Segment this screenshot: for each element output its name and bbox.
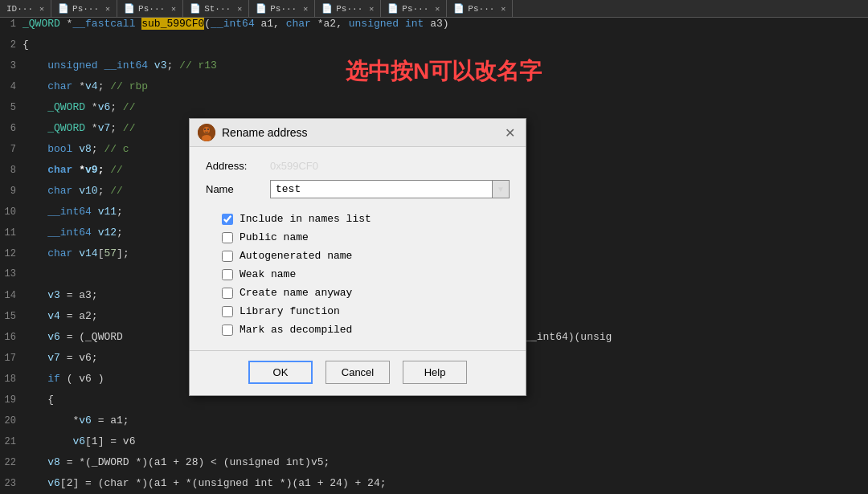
name-input-container: ▼: [270, 180, 510, 198]
address-value: 0x599CF0: [270, 160, 318, 172]
dialog-overlay: Rename address ✕ Address: 0x599CF0 Name …: [0, 18, 868, 494]
tab-ps2-close[interactable]: ✕: [171, 4, 176, 14]
tab-st-label: St···: [204, 4, 231, 14]
library-function-checkbox[interactable]: [222, 306, 233, 317]
tab-ps1-close[interactable]: ✕: [105, 4, 110, 14]
tab-bar: ID··· ✕ 📄 Ps··· ✕ 📄 Ps··· ✕ 📄 St··· ✕ 📄 …: [0, 0, 868, 18]
tab-ps6-icon: 📄: [453, 3, 465, 14]
create-anyway-checkbox[interactable]: [222, 288, 233, 299]
name-row: Name ▼: [206, 180, 510, 198]
tab-ps6-label: Ps···: [468, 4, 494, 14]
ok-button[interactable]: OK: [248, 361, 313, 384]
include-names-checkbox[interactable]: [222, 214, 233, 225]
tab-ps4-close[interactable]: ✕: [369, 4, 374, 14]
tab-ps4-icon: 📄: [321, 3, 333, 14]
svg-point-4: [207, 129, 209, 130]
tab-ps3-close[interactable]: ✕: [303, 4, 308, 14]
checkbox-autogenerated[interactable]: Autogenerated name: [222, 250, 510, 262]
dialog-title-bar[interactable]: Rename address ✕: [190, 119, 526, 147]
tab-st[interactable]: 📄 St··· ✕: [183, 0, 249, 17]
help-button[interactable]: Help: [403, 361, 467, 384]
checkbox-library-function[interactable]: Library function: [222, 305, 510, 317]
tab-ps1[interactable]: 📄 Ps··· ✕: [51, 0, 117, 17]
autogenerated-label: Autogenerated name: [240, 250, 352, 262]
dialog-avatar-icon: [198, 124, 215, 141]
tab-ps4[interactable]: 📄 Ps··· ✕: [315, 0, 381, 17]
tab-ps3-icon: 📄: [256, 3, 267, 14]
tab-ps6[interactable]: 📄 Ps··· ✕: [447, 0, 513, 17]
tab-ps2[interactable]: 📄 Ps··· ✕: [117, 0, 183, 17]
tab-id-label: ID···: [6, 4, 33, 14]
tab-ps4-label: Ps···: [336, 4, 362, 14]
checkbox-include-names[interactable]: Include in names list: [222, 213, 510, 225]
address-row: Address: 0x599CF0: [206, 160, 510, 172]
tab-id-close[interactable]: ✕: [39, 4, 44, 14]
checkbox-weak-name[interactable]: Weak name: [222, 268, 510, 280]
checkbox-mark-decompiled[interactable]: Mark as decompiled: [222, 324, 510, 336]
tab-ps2-icon: 📄: [124, 3, 135, 14]
tab-ps5[interactable]: 📄 Ps··· ✕: [381, 0, 447, 17]
checkbox-create-anyway[interactable]: Create name anyway: [222, 287, 510, 299]
dialog-buttons: OK Cancel Help: [190, 350, 526, 395]
mark-decompiled-label: Mark as decompiled: [240, 324, 352, 336]
rename-dialog: Rename address ✕ Address: 0x599CF0 Name …: [189, 118, 526, 396]
cancel-button[interactable]: Cancel: [326, 361, 390, 384]
tab-ps3[interactable]: 📄 Ps··· ✕: [249, 0, 315, 17]
dialog-title-text: Rename address: [222, 126, 308, 139]
tab-ps5-icon: 📄: [387, 3, 399, 14]
public-name-checkbox[interactable]: [222, 232, 233, 243]
autogenerated-checkbox[interactable]: [222, 251, 233, 262]
tab-ps1-icon: 📄: [58, 3, 69, 14]
svg-point-3: [204, 129, 206, 130]
address-label: Address:: [206, 160, 262, 172]
dialog-body: Address: 0x599CF0 Name ▼ Include in name…: [190, 147, 526, 350]
weak-name-checkbox[interactable]: [222, 269, 233, 280]
tab-ps5-label: Ps···: [402, 4, 428, 14]
mark-decompiled-checkbox[interactable]: [222, 325, 233, 336]
checkbox-group: Include in names list Public name Autoge…: [206, 206, 510, 339]
name-label: Name: [206, 183, 262, 195]
include-names-label: Include in names list: [240, 213, 371, 225]
checkbox-public-name[interactable]: Public name: [222, 231, 510, 243]
code-area: 1 _QWORD *__fastcall sub_599CF0(__int64 …: [0, 18, 868, 494]
tab-ps3-label: Ps···: [270, 4, 297, 14]
public-name-label: Public name: [240, 231, 309, 243]
tab-st-icon: 📄: [190, 3, 201, 14]
tab-ps5-close[interactable]: ✕: [435, 4, 440, 14]
weak-name-label: Weak name: [240, 268, 296, 280]
tab-ps2-label: Ps···: [138, 4, 165, 14]
svg-point-2: [202, 135, 211, 141]
name-input[interactable]: [271, 181, 492, 198]
tab-ps1-label: Ps···: [72, 4, 99, 14]
dialog-close-button[interactable]: ✕: [502, 125, 518, 141]
tab-st-close[interactable]: ✕: [237, 4, 242, 14]
tab-id[interactable]: ID··· ✕: [0, 0, 51, 17]
name-dropdown-arrow[interactable]: ▼: [492, 181, 509, 198]
library-function-label: Library function: [240, 305, 340, 317]
dialog-title-left: Rename address: [198, 124, 308, 141]
tab-ps6-close[interactable]: ✕: [501, 4, 506, 14]
create-anyway-label: Create name anyway: [240, 287, 352, 299]
